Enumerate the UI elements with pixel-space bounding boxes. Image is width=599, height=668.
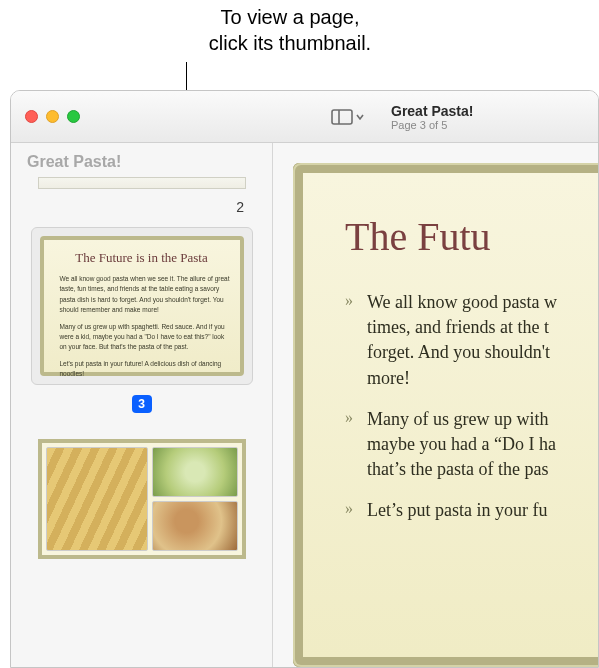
app-window: Great Pasta! Page 3 of 5 Great Pasta! 2 … xyxy=(10,90,599,668)
instruction-callout: To view a page, click its thumbnail. xyxy=(170,4,410,56)
window-controls xyxy=(25,110,80,123)
page-number-label: 2 xyxy=(236,199,244,215)
slide-title: The Futu xyxy=(345,213,598,260)
sidebar-toggle-button[interactable] xyxy=(325,105,371,129)
slide-content: The Futu We all know good pasta w times,… xyxy=(293,163,598,667)
document-title: Great Pasta! xyxy=(391,103,473,119)
thumbnail-list: 2 The Future is in the Pasta We all know… xyxy=(11,177,272,559)
titlebar: Great Pasta! Page 3 of 5 xyxy=(11,91,598,143)
document-title-block: Great Pasta! Page 3 of 5 xyxy=(391,103,473,131)
thumbnail-slide-title: The Future is in the Pasta xyxy=(52,250,232,266)
thumbnail-content: The Future is in the Pasta We all know g… xyxy=(40,236,244,376)
selected-page-badge: 3 xyxy=(132,395,152,413)
thumbnail-bullet: Let's put pasta in your future! A delici… xyxy=(60,359,232,380)
zoom-window-button[interactable] xyxy=(67,110,80,123)
thumbnail-image xyxy=(46,447,149,551)
thumbnail-image xyxy=(152,447,237,497)
main-page-view[interactable]: The Futu We all know good pasta w times,… xyxy=(273,143,598,667)
chevron-down-icon xyxy=(355,109,365,125)
svg-rect-0 xyxy=(332,110,352,124)
thumbnail-bullet: Many of us grew up with spaghetti. Red s… xyxy=(60,322,232,353)
slide-bullet: Many of us grew up with maybe you had a … xyxy=(345,407,598,483)
slide-bullet-list: We all know good pasta w times, and frie… xyxy=(345,290,598,524)
slide-bullet: Let’s put pasta in your fu xyxy=(345,498,598,523)
window-body: Great Pasta! 2 The Future is in the Past… xyxy=(11,143,598,667)
callout-line1: To view a page, xyxy=(170,4,410,30)
thumbnail-slide-bullets: We all know good pasta when we see it. T… xyxy=(52,274,232,380)
thumbnail-bullet: We all know good pasta when we see it. T… xyxy=(60,274,232,316)
close-window-button[interactable] xyxy=(25,110,38,123)
thumbnail-sidebar: Great Pasta! 2 The Future is in the Past… xyxy=(11,143,273,667)
thumbnail-page-3[interactable]: The Future is in the Pasta We all know g… xyxy=(31,227,253,385)
minimize-window-button[interactable] xyxy=(46,110,59,123)
callout-line2: click its thumbnail. xyxy=(170,30,410,56)
thumbnail-image xyxy=(152,501,237,551)
sidebar-document-title: Great Pasta! xyxy=(11,153,272,177)
thumbnail-page-partial[interactable] xyxy=(38,177,246,189)
page-indicator: Page 3 of 5 xyxy=(391,119,473,131)
sidebar-icon xyxy=(331,109,353,125)
slide-bullet: We all know good pasta w times, and frie… xyxy=(345,290,598,391)
thumbnail-page-4[interactable] xyxy=(38,439,246,559)
